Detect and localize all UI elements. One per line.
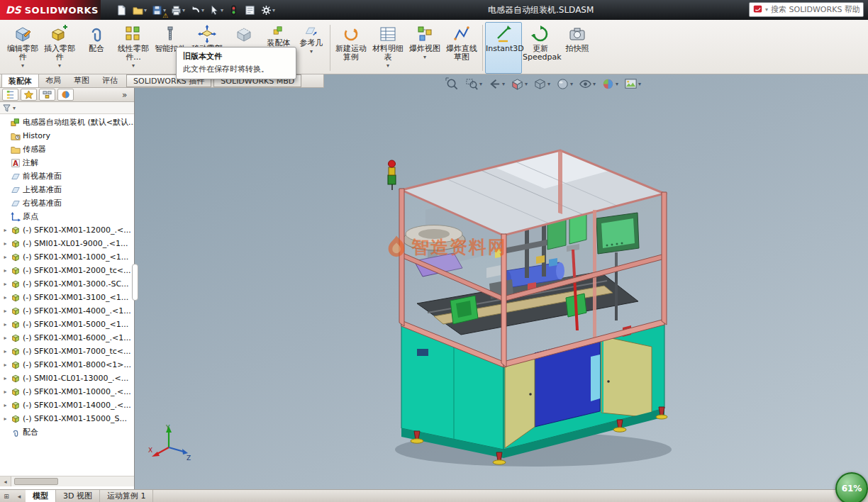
- expand-arrow-icon[interactable]: ▸: [2, 267, 9, 274]
- command-tab[interactable]: 装配体: [1, 74, 39, 87]
- expand-arrow-icon[interactable]: ▸: [2, 294, 9, 301]
- tree-item[interactable]: ▸ (-) SFK01-XM01-2000_tc<...: [0, 264, 134, 277]
- ribbon-button[interactable]: 更新Speedpak: [522, 22, 559, 74]
- tree-item[interactable]: ▸ (-) SFK01-XM01-7000_tc<...: [0, 345, 134, 358]
- view-tool[interactable]: ▾: [624, 77, 641, 91]
- expand-arrow-icon[interactable]: ▸: [2, 281, 9, 287]
- titlebar-icon[interactable]: ▾: [169, 2, 187, 18]
- featuremanager-tab[interactable]: [2, 89, 18, 101]
- tree-filter-row[interactable]: ▾: [0, 102, 134, 114]
- expand-arrow-icon[interactable]: ▸: [2, 321, 9, 328]
- tree-item[interactable]: ▸ (-) SFK01-XM01-3100_<1...: [0, 291, 134, 304]
- signal-tower[interactable]: [388, 160, 396, 190]
- view-tool[interactable]: ▾: [533, 77, 550, 91]
- expand-arrow-icon[interactable]: ▸: [2, 402, 9, 408]
- view-tool-caret-icon[interactable]: ▾: [502, 81, 505, 87]
- view-tool-caret-icon[interactable]: ▾: [616, 81, 618, 87]
- view-tool-caret-icon[interactable]: ▾: [570, 81, 573, 87]
- split-view-icon[interactable]: ⊞: [0, 493, 13, 500]
- titlebar-icon[interactable]: [115, 2, 129, 18]
- view-tool-caret-icon[interactable]: ▾: [593, 81, 596, 87]
- expand-arrow-icon[interactable]: ▸: [2, 415, 9, 422]
- tree-item[interactable]: A 注解: [0, 156, 134, 169]
- tree-item[interactable]: ▸ (-) SMI01-CL01-13000_.<...: [0, 372, 134, 385]
- expand-arrow-icon[interactable]: ▸: [2, 389, 9, 395]
- graphics-viewport[interactable]: ▾ ▾ ▾ ▾ ▾ ▾: [135, 74, 868, 489]
- flyout-caret-icon[interactable]: ▾: [310, 49, 313, 54]
- panel-horizontal-scrollbar[interactable]: ◂: [0, 476, 134, 486]
- tree-item[interactable]: ▸ (-) SFK01-XM01-8000<1>...: [0, 358, 134, 372]
- tree-item[interactable]: History: [0, 129, 134, 143]
- view-tool[interactable]: ▾: [601, 77, 618, 91]
- tree-item[interactable]: 传感器: [0, 143, 134, 156]
- ribbon-button[interactable]: 配合: [78, 22, 115, 74]
- titlebar-icon[interactable]: [243, 2, 257, 18]
- view-tool-caret-icon[interactable]: ▾: [638, 81, 641, 87]
- expand-arrow-icon[interactable]: ▸: [2, 362, 9, 368]
- flyout-caret-icon[interactable]: ▾: [386, 63, 389, 68]
- tree-item[interactable]: 前视基准面: [0, 169, 134, 183]
- panel-splitter-handle[interactable]: [132, 264, 138, 301]
- scrollbar-thumb[interactable]: [14, 478, 58, 485]
- dropdown-caret-icon[interactable]: ▾: [201, 7, 204, 13]
- view-tool[interactable]: ▾: [511, 77, 528, 91]
- panel-expand-chevron[interactable]: »: [122, 90, 127, 100]
- tree-item[interactable]: 原点: [0, 210, 134, 223]
- view-tool-caret-icon[interactable]: ▾: [525, 81, 528, 87]
- tree-item[interactable]: ▸ (-) SFK01-XM01-3000.-SC...: [0, 277, 134, 291]
- view-tool[interactable]: [445, 77, 460, 91]
- expand-arrow-icon[interactable]: ▸: [2, 254, 9, 260]
- machine-frame[interactable]: [399, 150, 667, 367]
- tree-item[interactable]: ▸ (-) SFK01-XM01-1000_<1...: [0, 250, 134, 264]
- ribbon-button[interactable]: Instant3D: [485, 22, 522, 74]
- configurationmanager-tab[interactable]: [39, 89, 55, 101]
- ribbon-button[interactable]: 编辑零部件 ▾: [4, 22, 41, 74]
- ribbon-button[interactable]: 参考几 ▾: [295, 22, 328, 74]
- tree-item[interactable]: 电感器自动组装机 (默认<默认...: [0, 116, 134, 129]
- tree-item[interactable]: ▸ (-) SFK01-XM01-15000_S...: [0, 412, 134, 425]
- flyout-caret-icon[interactable]: ▾: [58, 63, 61, 68]
- bottom-tab[interactable]: 3D 视图: [56, 490, 100, 502]
- bottom-tab[interactable]: 模型: [26, 490, 56, 502]
- dropdown-caret-icon[interactable]: ▾: [272, 7, 275, 13]
- expand-arrow-icon[interactable]: ▸: [2, 348, 9, 355]
- ribbon-button[interactable]: 线性零部件... ▾: [115, 22, 152, 74]
- titlebar-icon[interactable]: ▾: [208, 2, 225, 18]
- view-tool[interactable]: ▾: [579, 77, 596, 91]
- ribbon-button[interactable]: 爆炸直线草图: [443, 22, 480, 74]
- scroll-left-button[interactable]: ◂: [0, 476, 11, 486]
- dropdown-caret-icon[interactable]: ▾: [163, 7, 166, 13]
- tree-item[interactable]: ▸ (-) SFK01-XM01-14000_.<...: [0, 398, 134, 412]
- view-tool-caret-icon[interactable]: ▾: [547, 81, 550, 87]
- tree-item[interactable]: 配合: [0, 425, 134, 439]
- tree-item[interactable]: ▸ (-) SFK01-XM01-12000_.<...: [0, 223, 134, 237]
- filter-caret-icon[interactable]: ▾: [13, 105, 16, 111]
- ribbon-button[interactable]: 拍快照: [559, 22, 596, 74]
- expand-arrow-icon[interactable]: ▸: [2, 375, 9, 381]
- dropdown-caret-icon[interactable]: ▾: [144, 7, 147, 13]
- propertymanager-tab[interactable]: [21, 89, 37, 101]
- ribbon-button[interactable]: 插入零部件 ▾: [41, 22, 78, 74]
- ribbon-button[interactable]: 材料明细表 ▾: [369, 22, 406, 74]
- titlebar-icon[interactable]: ▾: [189, 2, 206, 18]
- ribbon-button[interactable]: 新建运动算例: [333, 22, 369, 74]
- titlebar-icon[interactable]: ▾: [150, 2, 167, 18]
- bottom-tab[interactable]: 运动算例 1: [100, 490, 154, 502]
- dropdown-caret-icon[interactable]: ▾: [221, 7, 223, 13]
- view-tool[interactable]: ▾: [556, 77, 573, 91]
- command-tab[interactable]: 布局: [39, 74, 67, 87]
- tab-scroll-left-icon[interactable]: ◂: [13, 493, 26, 500]
- displaymanager-tab[interactable]: [57, 89, 74, 101]
- view-tool[interactable]: ▾: [488, 77, 505, 91]
- expand-arrow-icon[interactable]: ▸: [2, 240, 9, 247]
- tree-item[interactable]: ▸ (-) SMI01-XL01-9000_.<1...: [0, 237, 134, 250]
- titlebar-icon[interactable]: [227, 2, 241, 18]
- titlebar-icon[interactable]: ▾: [131, 2, 148, 18]
- command-tab[interactable]: 评估: [96, 74, 124, 87]
- dropdown-caret-icon[interactable]: ▾: [182, 7, 185, 13]
- flyout-caret-icon[interactable]: ▾: [423, 55, 426, 60]
- machine-3d-model[interactable]: [135, 74, 868, 489]
- help-search-box[interactable]: ▾ 搜索 SOLIDWORKS 帮助: [749, 2, 864, 17]
- tree-item[interactable]: ▸ (-) SFK01-XM01-10000_.<...: [0, 385, 134, 398]
- ribbon-button[interactable]: 爆炸视图 ▾: [406, 22, 443, 74]
